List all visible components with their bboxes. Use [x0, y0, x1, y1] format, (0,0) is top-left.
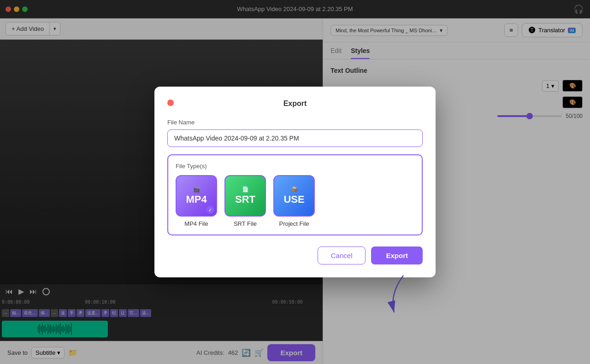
- file-type-project[interactable]: 📦 USE Project File: [273, 175, 315, 227]
- cancel-button[interactable]: Cancel: [318, 247, 366, 264]
- export-dialog: Export File Name File Type(s) 🎬 MP4 ✓: [154, 87, 436, 277]
- file-name-field-label: File Name: [167, 119, 423, 126]
- file-type-srt[interactable]: 📄 SRT SRT File: [224, 175, 266, 227]
- file-type-mp4[interactable]: 🎬 MP4 ✓ MP4 File: [176, 175, 217, 227]
- mp4-icon-box: 🎬 MP4 ✓: [176, 175, 217, 217]
- srt-file-name: SRT File: [234, 220, 257, 227]
- export-dialog-button[interactable]: Export: [371, 247, 423, 264]
- dialog-title: Export: [283, 100, 307, 107]
- file-types-grid: 🎬 MP4 ✓ MP4 File 📄 SRT S: [176, 175, 414, 227]
- file-types-label: File Type(s): [176, 163, 414, 170]
- mp4-label: MP4: [186, 194, 206, 205]
- dialog-close-button[interactable]: [167, 100, 174, 106]
- srt-label: SRT: [235, 194, 255, 205]
- mp4-file-name: MP4 File: [184, 220, 208, 227]
- dialog-actions: Cancel Export: [167, 247, 423, 264]
- srt-icon-box: 📄 SRT: [224, 175, 266, 217]
- check-badge: ✓: [206, 205, 214, 214]
- file-name-input[interactable]: [167, 129, 423, 147]
- file-types-box: File Type(s) 🎬 MP4 ✓ MP4 File: [167, 154, 423, 235]
- project-icon-box: 📦 USE: [273, 175, 315, 217]
- arrow-pointer: [380, 271, 408, 319]
- project-file-name: Project File: [279, 220, 309, 227]
- dialog-header: Export: [167, 100, 423, 108]
- modal-overlay: Export File Name File Type(s) 🎬 MP4 ✓: [0, 0, 590, 364]
- use-label: USE: [283, 194, 304, 205]
